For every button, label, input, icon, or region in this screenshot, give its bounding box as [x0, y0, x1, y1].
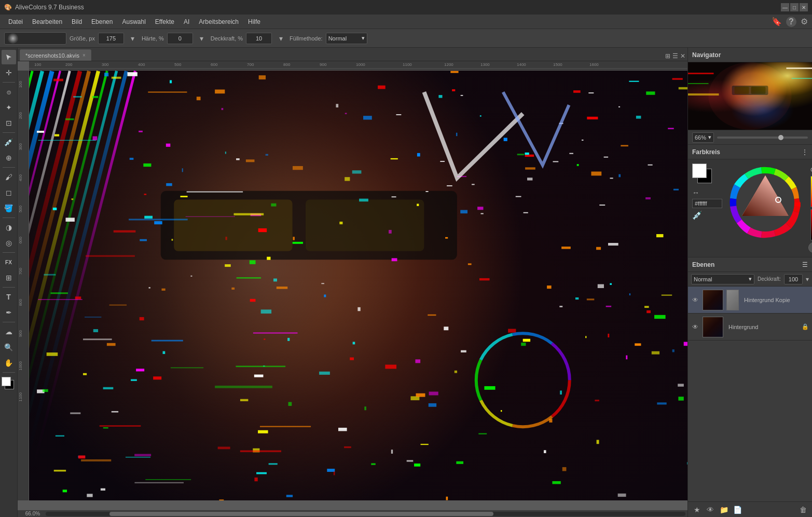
hex-color-input[interactable]: #ffffff	[692, 199, 722, 208]
color-wheel-visual[interactable]	[726, 164, 804, 241]
zoom-slider[interactable]	[717, 137, 808, 139]
canvas-tab-bar: *screenshots10.akvis × ⊞ ☰ ✕	[18, 48, 687, 61]
delete-layer-button[interactable]: 🗑	[797, 504, 809, 515]
size-label: Größe, px	[70, 35, 95, 42]
size-options-button[interactable]: ▾	[127, 33, 139, 44]
layer-item-1[interactable]: 👁 Hintergrund 🔒	[688, 314, 812, 341]
help-icon[interactable]: ?	[786, 17, 796, 27]
layer-thumbnail-0	[703, 290, 723, 310]
menu-bearbeiten[interactable]: Bearbeiten	[28, 16, 66, 28]
tool-separator-3	[3, 167, 15, 168]
menu-arbeitsbereich[interactable]: Arbeitsbereich	[195, 16, 243, 28]
zoom-slider-thumb[interactable]	[778, 135, 783, 140]
tool-select[interactable]	[2, 50, 16, 64]
eyedropper-button[interactable]: 💉	[692, 210, 703, 220]
tool-zoom[interactable]: 🔍	[2, 340, 16, 355]
tool-brush[interactable]: 🖌	[2, 170, 16, 184]
tool-smudge[interactable]: ☁	[2, 324, 16, 339]
add-layer-button[interactable]: 📄	[732, 504, 743, 515]
opacity-label: Deckkraft, %	[211, 35, 243, 42]
color-wheel-options-icon[interactable]: ⋮	[802, 148, 808, 156]
maximize-button[interactable]: □	[790, 3, 799, 11]
tab-close-button[interactable]: ×	[82, 52, 86, 58]
ruler-top: 100 200 300 400 500 600 700 800 900 1000…	[29, 61, 687, 71]
menu-bild[interactable]: Bild	[67, 16, 86, 28]
tool-text[interactable]: T	[2, 290, 16, 304]
swap-colors-icon[interactable]: ↔	[692, 188, 699, 197]
tool-fx[interactable]: FX	[2, 255, 16, 269]
menu-datei[interactable]: Datei	[4, 16, 27, 28]
tool-pen[interactable]: ✒	[2, 305, 16, 320]
tool-eraser[interactable]: ◻	[2, 185, 16, 200]
color-swatch-area	[2, 377, 16, 391]
menu-effekte[interactable]: Effekte	[151, 16, 178, 28]
canvas-image-area[interactable]	[29, 71, 687, 500]
hardness-label: Härte, %	[142, 35, 164, 42]
minimize-button[interactable]: —	[781, 3, 789, 11]
color-wheel-extra-button[interactable]: ○	[808, 242, 812, 253]
fillmode-dropdown[interactable]: Normal ▾	[326, 33, 367, 44]
zoom-dropdown-arrow: ▾	[708, 134, 711, 141]
scrollbar-track[interactable]	[46, 512, 685, 516]
layer-mode-arrow-icon: ▾	[749, 276, 752, 282]
hardness-options-button[interactable]: ▾	[196, 33, 208, 44]
layer-mask-thumbnail-0	[726, 290, 739, 310]
tool-heal[interactable]: ⊕	[2, 151, 16, 165]
tool-eyedropper[interactable]: 💉	[2, 135, 16, 149]
opacity-input[interactable]	[246, 33, 272, 44]
layers-options-icon[interactable]: ☰	[802, 261, 808, 268]
add-layer-style-button[interactable]: ★	[691, 504, 703, 515]
bookmark-icon[interactable]: 🔖	[772, 17, 782, 26]
layer-opacity-input[interactable]	[784, 274, 803, 284]
navigator-header: Navigator	[688, 48, 812, 62]
color-wheel-header: Farbkreis ⋮	[688, 145, 812, 159]
tab-view-button1[interactable]: ⊞	[665, 52, 670, 60]
menu-ebenen[interactable]: Ebenen	[87, 16, 117, 28]
layer-visibility-button[interactable]: 👁	[705, 504, 716, 515]
tool-hand[interactable]: ✋	[2, 356, 16, 370]
menu-auswahl[interactable]: Auswahl	[118, 16, 149, 28]
tool-separator-2	[3, 132, 15, 133]
tab-close-panel-button[interactable]: ✕	[680, 52, 685, 60]
tool-magic-wand[interactable]: ✦	[2, 100, 16, 115]
main-canvas[interactable]	[29, 71, 687, 500]
layers-header: Ebenen ☰	[688, 257, 812, 272]
scrollbar-thumb[interactable]	[109, 512, 493, 516]
layer-name-1: Hintergrund	[726, 324, 799, 330]
brush-preview[interactable]	[4, 32, 66, 45]
fillmode-label: Füllmethode:	[290, 35, 323, 42]
canvas-horizontal-scrollbar[interactable]: 66.0%	[18, 510, 687, 517]
layer-mode-dropdown[interactable]: Normal ▾	[691, 274, 754, 284]
tab-view-button2[interactable]: ☰	[672, 52, 678, 60]
tool-fill[interactable]: 🪣	[2, 201, 16, 215]
settings-icon[interactable]: ⚙	[801, 17, 808, 26]
tool-crop[interactable]: ⊡	[2, 116, 16, 130]
fg-color-well[interactable]	[692, 164, 707, 178]
menu-hilfe[interactable]: Hilfe	[244, 16, 265, 28]
tool-move[interactable]: ✛	[2, 65, 16, 80]
add-folder-button[interactable]: 📁	[718, 504, 730, 515]
layer-opacity-dropdown-icon[interactable]: ▾	[806, 276, 809, 283]
opacity-options-button[interactable]: ▾	[275, 33, 286, 44]
size-input[interactable]	[98, 33, 124, 44]
hardness-input[interactable]	[167, 33, 193, 44]
tool-blur[interactable]: ◎	[2, 236, 16, 250]
close-button[interactable]: ✕	[800, 3, 808, 11]
layer-visibility-0[interactable]: 👁	[691, 296, 699, 304]
layers-panel: Ebenen ☰ Normal ▾ Deckkraft: ▾ 👁	[688, 257, 812, 517]
fg-color-swatch[interactable]	[2, 377, 11, 386]
tool-dodge[interactable]: ◑	[2, 220, 16, 235]
dropdown-arrow-icon: ▾	[362, 35, 365, 42]
tools-panel: ✛ ⌾ ✦ ⊡ 💉 ⊕ 🖌 ◻ 🪣 ◑ ◎ FX ⊞ T ✒ ☁ 🔍 ✋	[0, 48, 18, 517]
zoom-dropdown[interactable]: 66% ▾	[692, 132, 714, 143]
ruler-left: 100 200 300 400 500 600 700 800 900 1000…	[18, 71, 29, 500]
tool-clone[interactable]: ⊞	[2, 270, 16, 285]
tool-lasso[interactable]: ⌾	[2, 85, 16, 99]
color-wheel-panel: Farbkreis ⋮ ↔	[688, 145, 812, 257]
tool-separator-1	[3, 82, 15, 83]
layer-visibility-1[interactable]: 👁	[691, 323, 699, 331]
layer-item-0[interactable]: 👁 Hintergrund Kopie	[688, 287, 812, 314]
menu-ai[interactable]: AI	[180, 16, 194, 28]
canvas-tab-active[interactable]: *screenshots10.akvis ×	[20, 49, 91, 61]
layer-lock-1: 🔒	[802, 323, 809, 330]
